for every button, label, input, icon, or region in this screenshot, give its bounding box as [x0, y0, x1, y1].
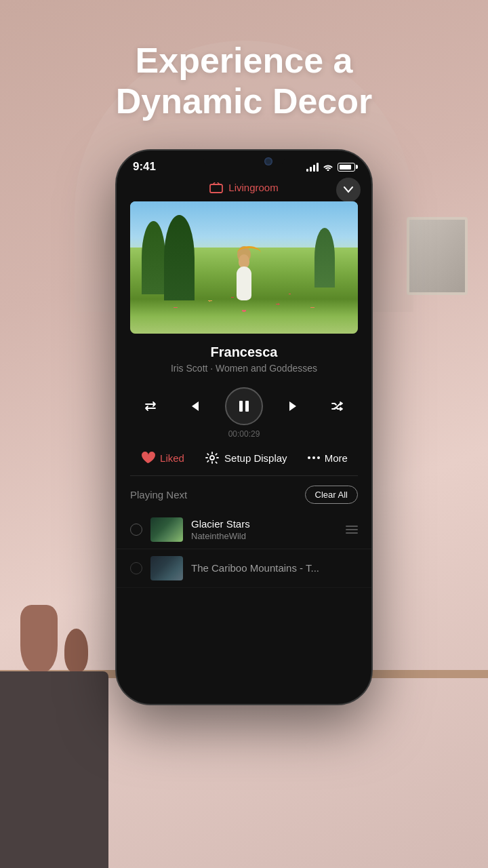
- power-button[interactable]: [371, 256, 373, 296]
- queue-thumbnail: [150, 517, 183, 542]
- queue-circle-indicator: [130, 562, 142, 574]
- setup-display-button[interactable]: Setup Display: [205, 451, 287, 465]
- playback-controls: [117, 387, 371, 425]
- clear-all-button[interactable]: Clear All: [305, 486, 358, 504]
- queue-item-info: Glacier Stars NateintheWild: [191, 518, 338, 541]
- phone-notch: [203, 159, 285, 164]
- room-label-row[interactable]: Livingroom: [117, 179, 371, 201]
- painting-figure: [234, 253, 254, 300]
- hero-line2: Dynamic Decor: [41, 81, 447, 122]
- action-row: Liked Setup Display More: [117, 451, 371, 475]
- liked-button[interactable]: Liked: [140, 451, 184, 465]
- phone-mockup: 9:41: [115, 149, 373, 705]
- hero-text: Experience a Dynamic Decor: [0, 41, 488, 122]
- pause-button[interactable]: [225, 387, 263, 425]
- battery-icon: [338, 163, 355, 172]
- bg-cabinet: [0, 671, 108, 868]
- playing-next-label: Playing Next: [130, 489, 187, 500]
- queue-item[interactable]: The Cariboo Mountains - T...: [117, 549, 371, 588]
- more-label: More: [325, 452, 348, 464]
- chevron-down-button[interactable]: [336, 178, 361, 202]
- queue-item-info: The Cariboo Mountains - T...: [191, 562, 358, 575]
- status-bar: 9:41: [117, 151, 371, 179]
- next-button[interactable]: [282, 394, 306, 418]
- previous-button[interactable]: [182, 394, 206, 418]
- shuffle-button[interactable]: [325, 394, 350, 418]
- wifi-icon: [323, 163, 333, 171]
- queue-thumbnail: [150, 556, 183, 580]
- tree-left-1: [142, 221, 165, 294]
- drag-handle[interactable]: [346, 526, 358, 534]
- tree-left-2: [164, 215, 195, 301]
- svg-rect-0: [210, 184, 222, 193]
- tree-right: [314, 228, 335, 288]
- queue-list: Glacier Stars NateintheWild The Cariboo …: [117, 511, 371, 704]
- signal-icon: [306, 162, 319, 172]
- app-screen: 9:41: [117, 151, 371, 704]
- bg-frame-photo: [409, 220, 465, 292]
- liked-label: Liked: [160, 452, 184, 464]
- queue-item[interactable]: Glacier Stars NateintheWild: [117, 511, 371, 549]
- svg-rect-1: [239, 401, 243, 412]
- hero-line1: Experience a: [41, 41, 447, 81]
- tv-icon: [209, 182, 223, 193]
- phone-camera: [264, 157, 272, 165]
- phone-body: 9:41: [115, 149, 373, 705]
- heart-icon: [140, 451, 155, 465]
- more-button[interactable]: More: [308, 452, 348, 464]
- room-name: Livingroom: [228, 182, 278, 193]
- queue-item-title: The Cariboo Mountains - T...: [191, 562, 358, 574]
- artwork-container: [130, 201, 358, 334]
- svg-rect-2: [245, 401, 249, 412]
- playback-time: 00:00:29: [117, 429, 371, 439]
- svg-point-3: [210, 456, 214, 460]
- battery-fill: [340, 165, 351, 170]
- figure-umbrella: [237, 246, 261, 260]
- bg-vase-large: [20, 605, 58, 673]
- song-subtitle: Iris Scott · Women and Goddesses: [117, 363, 371, 374]
- playing-next-header: Playing Next Clear All: [117, 476, 371, 511]
- bg-vase-small: [64, 629, 88, 673]
- figure-body: [237, 267, 251, 300]
- song-title: Francesca: [117, 344, 371, 360]
- setup-display-label: Setup Display: [224, 452, 287, 464]
- queue-item-title: Glacier Stars: [191, 518, 338, 530]
- setup-icon: [205, 451, 220, 465]
- status-time: 9:41: [133, 160, 156, 174]
- repeat-button[interactable]: [138, 394, 163, 418]
- bg-photo-frame: [407, 217, 468, 295]
- status-icons: [306, 162, 355, 172]
- queue-item-artist: NateintheWild: [191, 531, 338, 541]
- more-dots-icon: [308, 456, 320, 459]
- artwork-painting: [130, 201, 358, 334]
- queue-circle-indicator: [130, 524, 142, 536]
